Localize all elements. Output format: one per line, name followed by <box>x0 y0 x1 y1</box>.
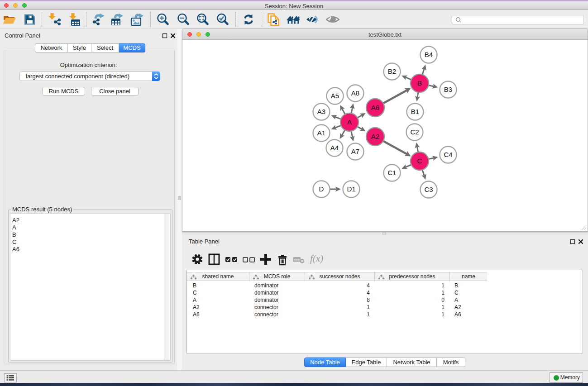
svg-text:A3: A3 <box>317 108 325 115</box>
svg-text:C2: C2 <box>410 128 419 136</box>
svg-text:D1: D1 <box>347 185 355 193</box>
svg-text:C1: C1 <box>387 169 396 176</box>
svg-text:A8: A8 <box>351 89 359 97</box>
svg-text:A4: A4 <box>330 144 339 152</box>
svg-text:C4: C4 <box>444 151 452 158</box>
svg-text:B1: B1 <box>411 108 419 115</box>
svg-text:B3: B3 <box>444 86 452 93</box>
svg-text:A: A <box>347 118 352 126</box>
svg-text:C: C <box>417 157 422 165</box>
svg-text:A5: A5 <box>331 92 339 100</box>
svg-text:A6: A6 <box>371 104 379 111</box>
svg-text:D: D <box>319 185 324 193</box>
svg-text:A2: A2 <box>371 133 379 140</box>
svg-text:B4: B4 <box>425 51 433 58</box>
svg-text:A1: A1 <box>317 129 325 137</box>
svg-text:A7: A7 <box>351 148 359 155</box>
svg-text:B2: B2 <box>388 67 396 75</box>
svg-text:C3: C3 <box>424 186 433 193</box>
svg-text:B: B <box>417 79 422 87</box>
